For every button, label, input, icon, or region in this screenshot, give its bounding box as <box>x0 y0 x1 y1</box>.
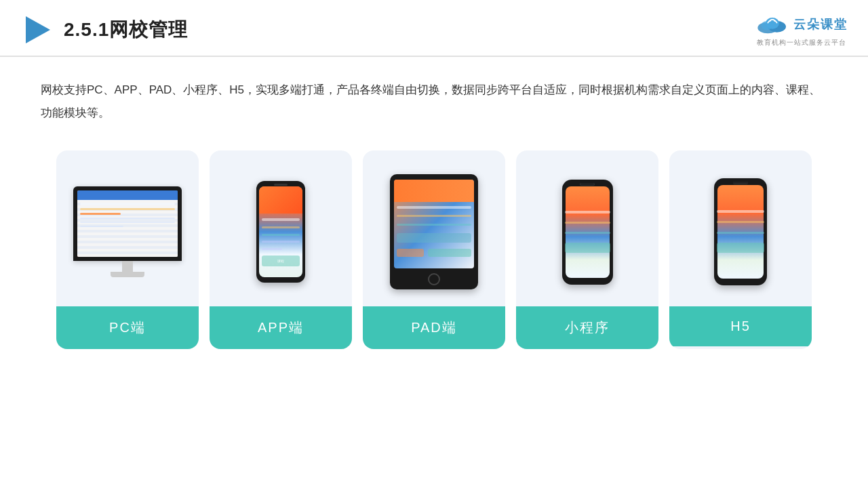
phone-app-mockup: 课程 <box>256 181 305 283</box>
cloud-logo-icon <box>755 12 789 37</box>
description-block: 网校支持PC、APP、PAD、小程序、H5，实现多端打通，产品各终端自由切换，数… <box>0 57 868 131</box>
card-label-miniapp: 小程序 <box>516 306 658 349</box>
tablet-mockup <box>390 174 478 289</box>
svg-point-4 <box>761 21 772 30</box>
card-miniapp: 小程序 <box>516 150 658 349</box>
logo-sub: 教育机构一站式服务云平台 <box>757 38 846 47</box>
play-icon <box>20 14 53 46</box>
phone-h5-screen <box>717 185 764 279</box>
phone-h5-mockup <box>714 178 767 285</box>
card-h5: H5 <box>669 150 812 349</box>
monitor-mockup <box>73 186 182 277</box>
card-label-h5: H5 <box>669 306 812 346</box>
card-pc: PC端 <box>56 150 199 349</box>
logo-text: 云朵课堂 <box>793 16 848 33</box>
card-image-miniapp <box>516 150 658 306</box>
page-title: 2.5.1网校管理 <box>64 17 188 43</box>
phone-app-screen: 课程 <box>259 186 302 277</box>
phone-mini-mockup <box>562 180 613 285</box>
description-text: 网校支持PC、APP、PAD、小程序、H5，实现多端打通，产品各终端自由切换，数… <box>41 79 827 125</box>
card-image-pc <box>56 150 199 306</box>
header-left: 2.5.1网校管理 <box>20 14 188 46</box>
header: 2.5.1网校管理 云朵课堂 教育机构一站式服务云平台 <box>0 0 868 57</box>
monitor-screen-outer <box>73 186 182 261</box>
tablet-screen <box>394 180 474 268</box>
phone-mini-screen <box>566 186 610 278</box>
card-image-pad <box>363 150 505 306</box>
card-image-h5 <box>669 150 812 306</box>
card-label-pad: PAD端 <box>363 306 505 349</box>
logo-cloud: 云朵课堂 <box>755 12 848 37</box>
monitor-stand-base <box>111 272 144 277</box>
svg-marker-0 <box>26 16 50 43</box>
cards-container: PC端 课程 APP端 <box>0 131 868 349</box>
card-image-app: 课程 <box>210 150 352 306</box>
logo-area: 云朵课堂 教育机构一站式服务云平台 <box>755 12 848 47</box>
monitor-screen-inner <box>77 190 178 257</box>
card-app: 课程 APP端 <box>210 150 352 349</box>
card-label-pc: PC端 <box>56 306 199 349</box>
monitor-stand-neck <box>122 261 133 272</box>
card-pad: PAD端 <box>363 150 505 349</box>
card-label-app: APP端 <box>210 306 352 349</box>
